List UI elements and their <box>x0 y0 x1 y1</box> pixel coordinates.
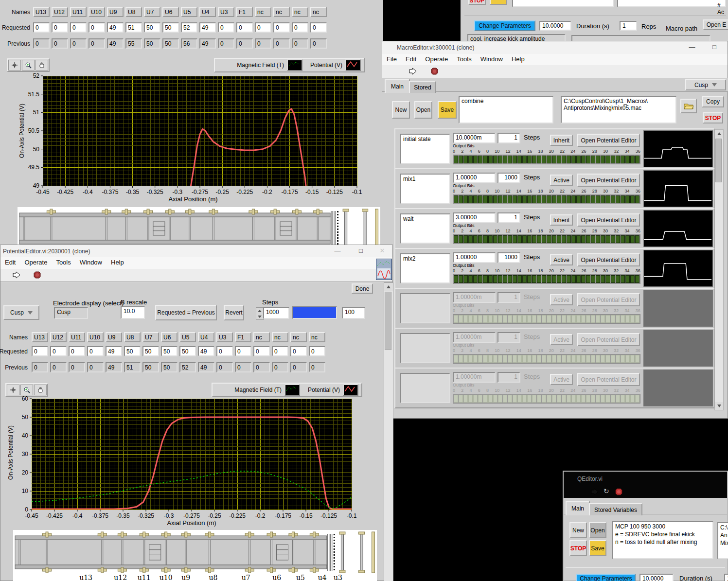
step-duration-field[interactable]: 1.00000m <box>453 372 496 383</box>
bit-led[interactable] <box>508 395 512 403</box>
bit-led[interactable] <box>463 395 468 403</box>
requested-cell[interactable]: 0 <box>292 22 308 33</box>
titlebar[interactable]: QEditor.vi ↻ <box>564 472 727 498</box>
step-count-field[interactable]: 1000 <box>497 173 520 183</box>
bit-led[interactable] <box>621 235 625 243</box>
bit-led[interactable] <box>517 355 522 363</box>
bit-led[interactable] <box>459 395 463 403</box>
bit-led[interactable] <box>547 315 551 323</box>
bit-led[interactable] <box>459 235 463 243</box>
bit-led[interactable] <box>493 275 497 283</box>
bit-led[interactable] <box>468 315 473 323</box>
bit-led[interactable] <box>488 195 493 203</box>
scroll-thumb[interactable] <box>385 292 391 350</box>
step-mode-button[interactable]: Active <box>550 374 573 385</box>
bit-led[interactable] <box>517 275 522 283</box>
scroll-down-arrow[interactable] <box>715 402 723 410</box>
bit-led[interactable] <box>557 395 561 403</box>
bit-led[interactable] <box>567 275 571 283</box>
requested-cell[interactable]: 0 <box>216 346 233 356</box>
output-bits-leds[interactable] <box>453 194 640 204</box>
bit-led[interactable] <box>537 355 541 363</box>
bit-led[interactable] <box>586 395 590 403</box>
bit-led[interactable] <box>557 355 561 363</box>
bit-led[interactable] <box>468 275 473 283</box>
step-count-field[interactable]: 1 <box>497 133 520 143</box>
bit-led[interactable] <box>611 355 615 363</box>
electrode-display-value[interactable]: Cusp <box>54 307 88 319</box>
bit-led[interactable] <box>483 195 487 203</box>
bit-led[interactable] <box>552 195 556 203</box>
bit-led[interactable] <box>468 395 473 403</box>
bit-led[interactable] <box>454 235 458 243</box>
requested-cell[interactable]: 0 <box>87 346 104 356</box>
bit-led[interactable] <box>517 156 522 163</box>
bit-led[interactable] <box>537 156 541 163</box>
bit-led[interactable] <box>557 235 561 243</box>
bit-led[interactable] <box>488 235 493 243</box>
bit-led[interactable] <box>522 156 527 163</box>
requested-cell[interactable]: 0 <box>50 346 67 356</box>
bit-led[interactable] <box>503 355 507 363</box>
bit-led[interactable] <box>537 275 541 283</box>
cut-save-button[interactable] <box>490 0 507 5</box>
bit-led[interactable] <box>454 195 458 203</box>
path-field[interactable]: C:\AnMix <box>717 522 728 559</box>
bit-led[interactable] <box>498 195 502 203</box>
bit-led[interactable] <box>463 315 468 323</box>
bit-led[interactable] <box>625 156 630 163</box>
open-potential-editor-button[interactable]: Open Potential Editor <box>577 174 640 187</box>
run-arrow-icon[interactable] <box>591 488 599 497</box>
bit-led[interactable] <box>513 355 517 363</box>
bit-led[interactable] <box>473 195 478 203</box>
bit-led[interactable] <box>567 355 571 363</box>
menu-file[interactable]: File <box>382 54 401 65</box>
bit-led[interactable] <box>591 315 595 323</box>
step-name-field[interactable]: mix1 <box>400 174 450 204</box>
bit-led[interactable] <box>625 195 630 203</box>
bit-led[interactable] <box>522 275 527 283</box>
reps-field[interactable]: 1 <box>620 21 637 31</box>
bit-led[interactable] <box>611 235 615 243</box>
bit-led[interactable] <box>513 235 517 243</box>
bit-led[interactable] <box>478 395 482 403</box>
bit-led[interactable] <box>513 315 517 323</box>
requested-cell[interactable]: 50 <box>144 22 160 33</box>
output-bits-leds[interactable] <box>453 354 640 364</box>
bit-led[interactable] <box>503 156 507 163</box>
bit-led[interactable] <box>542 355 546 363</box>
bit-led[interactable] <box>473 235 478 243</box>
bit-led[interactable] <box>454 395 458 403</box>
bit-led[interactable] <box>517 315 522 323</box>
macro-name-field[interactable]: combine <box>459 96 553 123</box>
open-potential-editor-button[interactable]: Open Potential Editor <box>577 213 640 227</box>
bit-led[interactable] <box>576 235 581 243</box>
macro-list-scrollbar[interactable] <box>714 129 724 410</box>
bit-led[interactable] <box>576 195 581 203</box>
bit-led[interactable] <box>498 355 502 363</box>
bit-led[interactable] <box>625 275 630 283</box>
browse-folder-button[interactable] <box>680 99 697 113</box>
bit-led[interactable] <box>581 355 586 363</box>
bit-led[interactable] <box>503 235 507 243</box>
step-mode-button[interactable]: Active <box>550 334 573 345</box>
tab-main[interactable]: Main <box>566 501 590 515</box>
bit-led[interactable] <box>581 315 586 323</box>
bit-led[interactable] <box>532 315 536 323</box>
bit-led[interactable] <box>522 355 527 363</box>
bit-led[interactable] <box>605 275 610 283</box>
menu-tools[interactable]: Tools <box>452 54 476 65</box>
bit-led[interactable] <box>591 235 595 243</box>
requested-cell[interactable]: 0 <box>272 346 288 356</box>
bit-led[interactable] <box>508 315 512 323</box>
bit-led[interactable] <box>478 275 482 283</box>
bit-led[interactable] <box>522 395 527 403</box>
menu-window[interactable]: Window <box>476 54 507 65</box>
tab-main[interactable]: Main <box>385 79 410 93</box>
menu-help[interactable]: Help <box>107 257 128 269</box>
bit-led[interactable] <box>571 395 576 403</box>
bit-led[interactable] <box>567 195 571 203</box>
bit-led[interactable] <box>527 315 532 323</box>
bit-led[interactable] <box>635 195 639 203</box>
bit-led[interactable] <box>542 156 546 163</box>
